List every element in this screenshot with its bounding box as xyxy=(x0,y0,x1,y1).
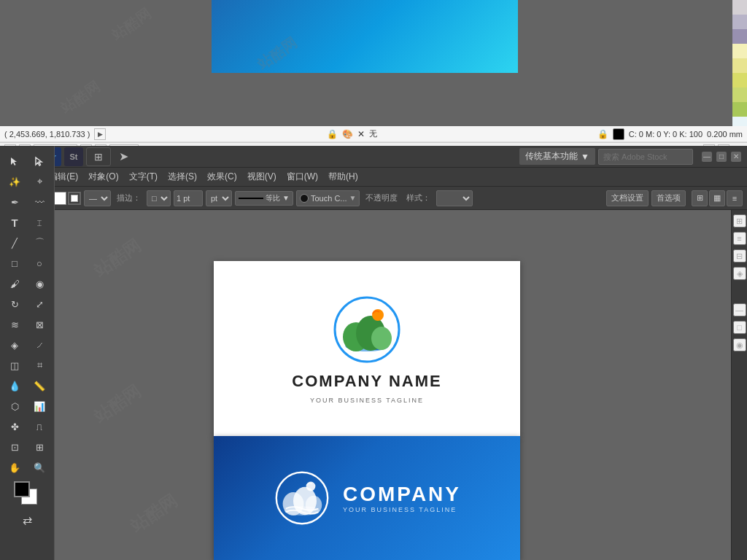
svg-point-10 xyxy=(306,496,322,515)
swatch[interactable] xyxy=(732,15,747,29)
line-tool[interactable]: ╱ xyxy=(3,233,26,252)
menu-object[interactable]: 对象(O) xyxy=(84,169,123,184)
stroke-style-select[interactable]: □ xyxy=(147,190,171,206)
close-btn[interactable]: ✕ xyxy=(731,152,741,162)
menu-select[interactable]: 选择(S) xyxy=(163,169,201,184)
warp-tool[interactable]: ≋ xyxy=(3,315,26,334)
tools-panel: ✨ ⌖ ✒ 〰 T ⌶ ╱ ⌒ □ ○ 🖌 ◉ ↻ ⤢ ≋ ⊠ ◈ ⟋ ◫ ⌗ xyxy=(0,146,55,560)
panel-stroke-btn[interactable]: — xyxy=(733,303,746,316)
blob-tool[interactable]: ◉ xyxy=(28,274,51,293)
zoom-tool-main[interactable]: 🔍 xyxy=(28,458,51,477)
pen-tool[interactable]: ✒ xyxy=(3,192,26,211)
arc-tool[interactable]: ⌒ xyxy=(28,233,51,252)
stroke-info: 0.200 mm xyxy=(707,130,743,139)
swatch[interactable] xyxy=(732,0,747,15)
swatch[interactable] xyxy=(732,44,747,58)
st-app-logo[interactable]: St xyxy=(64,147,83,166)
stroke-preview[interactable]: 等比 ▼ xyxy=(235,191,293,206)
eyedropper-tool[interactable]: 💧 xyxy=(3,376,26,395)
swap-colors-btn[interactable]: ⇄ xyxy=(15,510,39,529)
artboard-blue: COMPANY YOUR BUSINESS TAGLINE xyxy=(214,436,520,560)
blend-tool[interactable]: ⬡ xyxy=(3,397,26,416)
top-preview-area: 站酷网 站酷网 站酷网 xyxy=(0,0,747,146)
vertical-type-tool[interactable]: ⌶ xyxy=(28,213,51,232)
menu-window[interactable]: 窗口(W) xyxy=(282,169,322,184)
artboard-tool[interactable]: ⊡ xyxy=(3,438,26,456)
classic-mode-btn[interactable]: 传统基本功能 ▼ xyxy=(519,148,595,165)
minimize-btn[interactable]: — xyxy=(702,152,712,162)
direct-selection-tool[interactable] xyxy=(28,152,51,171)
swatch[interactable] xyxy=(732,58,747,73)
style-select[interactable] xyxy=(436,190,473,206)
coordinates: ( 2,453.669, 1,810.733 ) xyxy=(4,130,90,139)
align-btn[interactable]: ⊞ xyxy=(692,190,708,206)
slice-tool[interactable]: ⊞ xyxy=(28,438,51,456)
shape-builder-tool[interactable]: ◈ xyxy=(3,335,26,354)
touch-dot-icon xyxy=(300,194,309,203)
swatch[interactable] xyxy=(732,88,747,102)
rotate-tool[interactable]: ↻ xyxy=(3,295,26,314)
panel-btn[interactable]: ≡ xyxy=(727,190,743,206)
rectangle-tool[interactable]: □ xyxy=(3,254,26,273)
stock-search-input[interactable] xyxy=(598,149,693,165)
color-box-group xyxy=(14,481,40,508)
touch-color-btn[interactable]: Touch C... ▼ xyxy=(296,190,360,206)
swatch[interactable] xyxy=(732,102,747,117)
selection-tool[interactable] xyxy=(3,152,26,171)
stroke-box[interactable] xyxy=(14,481,30,497)
fill-color-btn[interactable] xyxy=(53,192,66,205)
opacity-label: 不透明度 xyxy=(363,192,400,203)
company-white-text: COMPANY xyxy=(343,483,461,506)
panel-align-btn[interactable]: ≡ xyxy=(733,232,746,245)
style-label: 样式： xyxy=(403,192,433,203)
curvature-tool[interactable]: 〰 xyxy=(28,192,51,211)
menu-effect[interactable]: 效果(C) xyxy=(203,169,241,184)
hand-tool[interactable]: ✋ xyxy=(3,458,26,477)
menu-view[interactable]: 视图(V) xyxy=(243,169,281,184)
doc-settings-btn[interactable]: 文档设置 xyxy=(606,190,649,206)
svg-point-4 xyxy=(371,327,392,350)
panel-appearance-btn[interactable]: ◉ xyxy=(733,338,746,351)
color-swatches-panel xyxy=(732,0,747,126)
stroke-unit-select[interactable]: pt xyxy=(206,190,232,206)
restore-btn[interactable]: □ xyxy=(716,152,727,162)
watermark: 站酷网 xyxy=(57,77,104,118)
panel-pathfinder-btn[interactable]: ◈ xyxy=(733,267,746,280)
column-graph-tool[interactable]: ⎍ xyxy=(28,417,51,436)
perspective-tool[interactable]: ⟋ xyxy=(28,335,51,354)
magic-wand-tool[interactable]: ✨ xyxy=(3,172,26,191)
swatch[interactable] xyxy=(732,29,747,44)
lasso-tool[interactable]: ⌖ xyxy=(28,172,51,191)
mesh-tool[interactable]: ⌗ xyxy=(28,356,51,375)
menu-help[interactable]: 帮助(H) xyxy=(324,169,363,184)
coord-nav-btn[interactable]: ▶ xyxy=(94,128,106,140)
lock-icon: 🔒 xyxy=(327,129,338,139)
scale-tool[interactable]: ⤢ xyxy=(28,295,51,314)
swatch[interactable] xyxy=(732,73,747,88)
grid-view-btn[interactable]: ⊞ xyxy=(86,147,111,166)
far-right-panel: ⊞ ≡ ⊟ ◈ — □ ◉ xyxy=(731,210,747,560)
paintbrush-tool[interactable]: 🖌 xyxy=(3,274,26,293)
menu-type[interactable]: 文字(T) xyxy=(125,169,162,184)
symbol-spray-tool[interactable]: ✤ xyxy=(3,417,26,436)
ellipse-tool[interactable]: ○ xyxy=(28,254,51,273)
properties-toolbar: 未选择对象 — 描边： □ pt 等比 ▼ Touch C... ▼ 不透明度 … xyxy=(0,187,747,210)
panel-transform-btn[interactable]: ⊟ xyxy=(733,249,746,262)
free-transform-tool[interactable]: ⊠ xyxy=(28,315,51,334)
measure-tool[interactable]: 📏 xyxy=(28,376,51,395)
artboard-white: COMPANY NAME YOUR BUSINESS TAGLINE xyxy=(214,261,520,436)
top-artboard-preview xyxy=(212,0,518,73)
stroke-color-btn[interactable] xyxy=(68,192,81,205)
color-swatch-black[interactable] xyxy=(613,128,624,140)
send-icon[interactable]: ➤ xyxy=(114,147,133,166)
panel-swatch-btn[interactable]: □ xyxy=(733,321,746,334)
gradient-tool[interactable]: ◫ xyxy=(3,356,26,375)
type-tool[interactable]: T xyxy=(3,213,26,232)
preferences-btn[interactable]: 首选项 xyxy=(651,190,686,206)
panel-layers-btn[interactable]: ⊞ xyxy=(733,214,746,228)
color-info: C: 0 M: 0 Y: 0 K: 100 xyxy=(629,130,703,139)
transform-btn[interactable]: ▦ xyxy=(709,190,725,206)
stroke-width-input[interactable] xyxy=(174,190,203,206)
stroke-type-select[interactable]: — xyxy=(84,190,111,206)
chart-tool[interactable]: 📊 xyxy=(28,397,51,416)
